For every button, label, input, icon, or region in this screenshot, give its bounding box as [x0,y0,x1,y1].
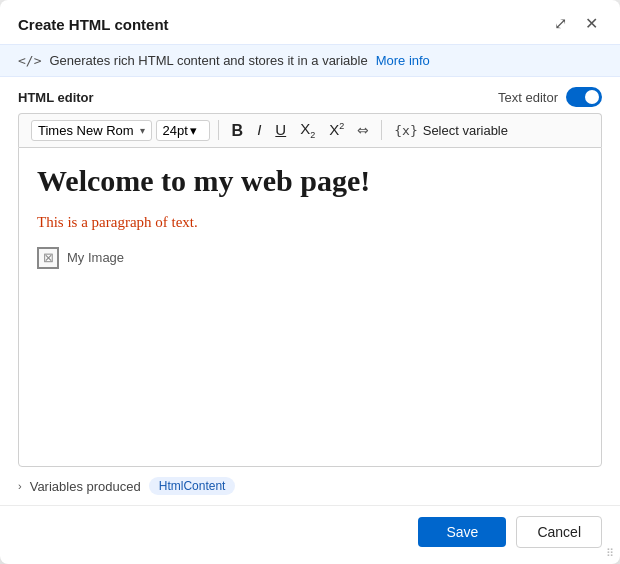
html-editor-label: HTML editor [18,90,94,105]
select-variable-button[interactable]: {x} Select variable [394,123,508,138]
variables-label: Variables produced [30,479,141,494]
editor-paragraph: This is a paragraph of text. [37,214,583,231]
underline-button[interactable]: U [270,119,291,141]
font-size-chevron: ▾ [190,123,197,138]
editor-image-row: ⊠ My Image [37,247,583,269]
dialog-footer: Save Cancel [0,505,620,564]
font-size-value: 24pt [163,123,188,138]
image-icon: ⊠ [37,247,59,269]
text-editor-toggle-row: Text editor [498,87,602,107]
text-editor-label: Text editor [498,90,558,105]
cancel-button[interactable]: Cancel [516,516,602,548]
close-button[interactable]: ✕ [581,14,602,34]
expand-format-icon[interactable]: ⇔ [353,120,373,140]
subscript-button[interactable]: X2 [295,118,320,143]
toolbar-separator-1 [218,120,219,140]
toolbar-separator-2 [381,120,382,140]
code-icon: </> [18,53,41,68]
bold-button[interactable]: B [227,119,249,142]
create-html-dialog: Create HTML content ⤢ ✕ </> Generates ri… [0,0,620,564]
variables-produced-row: › Variables produced HtmlContent [0,467,620,505]
font-family-select[interactable]: Times New Rom ▾ [31,120,152,141]
font-size-select[interactable]: 24pt ▾ [156,120,210,141]
variable-icon: {x} [394,123,417,138]
formatting-toolbar: Times New Rom ▾ 24pt ▾ B I U X2 X2 ⇔ {x}… [18,113,602,147]
html-editor-area[interactable]: Welcome to my web page! This is a paragr… [18,147,602,467]
expand-button[interactable]: ⤢ [550,14,571,34]
info-bar: </> Generates rich HTML content and stor… [0,44,620,77]
superscript-button[interactable]: X2 [324,119,349,141]
more-info-link[interactable]: More info [376,53,430,68]
text-editor-toggle[interactable] [566,87,602,107]
dialog-header: Create HTML content ⤢ ✕ [0,0,620,44]
resize-handle[interactable]: ⠿ [606,547,614,560]
select-variable-label: Select variable [423,123,508,138]
italic-button[interactable]: I [252,119,266,141]
info-bar-text: Generates rich HTML content and stores i… [49,53,367,68]
font-family-value: Times New Rom [38,123,134,138]
font-family-chevron: ▾ [140,125,145,136]
header-icons: ⤢ ✕ [550,14,602,34]
editor-section-row: HTML editor Text editor [0,77,620,113]
editor-heading: Welcome to my web page! [37,164,583,198]
image-label: My Image [67,250,124,265]
html-content-badge: HtmlContent [149,477,236,495]
save-button[interactable]: Save [418,517,506,547]
dialog-title: Create HTML content [18,16,169,33]
variables-chevron[interactable]: › [18,480,22,492]
